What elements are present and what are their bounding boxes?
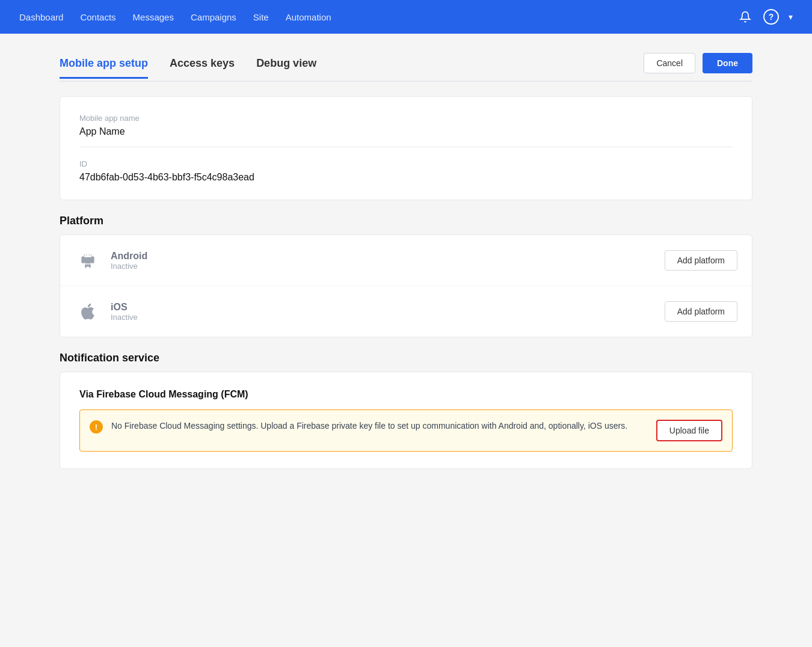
nav-automation[interactable]: Automation: [286, 12, 331, 22]
fcm-title: Via Firebase Cloud Messaging (FCM): [79, 389, 733, 400]
tab-mobile-app-setup[interactable]: Mobile app setup: [60, 57, 148, 79]
fcm-alert: ! No Firebase Cloud Messaging settings. …: [79, 409, 733, 452]
android-platform-row: Android Inactive Add platform: [60, 235, 752, 286]
app-id-value: 47db6fab-0d53-4b63-bbf3-f5c4c98a3ead: [79, 172, 733, 183]
android-status: Inactive: [111, 262, 665, 271]
done-button[interactable]: Done: [703, 53, 752, 73]
warning-icon: !: [90, 420, 103, 434]
app-info-card: Mobile app name App Name ID 47db6fab-0d5…: [60, 96, 752, 200]
help-icon[interactable]: ?: [763, 9, 779, 25]
platform-card: Android Inactive Add platform iOS Inacti…: [60, 235, 752, 337]
upload-file-button[interactable]: Upload file: [656, 420, 722, 441]
ios-add-platform-button[interactable]: Add platform: [665, 301, 737, 322]
navbar-right: ? ▾: [737, 8, 793, 25]
ios-platform-info: iOS Inactive: [111, 302, 665, 322]
app-name-label: Mobile app name: [79, 114, 733, 123]
nav-contacts[interactable]: Contacts: [80, 12, 115, 22]
nav-site[interactable]: Site: [253, 12, 269, 22]
fcm-alert-text: No Firebase Cloud Messaging settings. Up…: [111, 420, 648, 432]
cancel-button[interactable]: Cancel: [644, 53, 695, 73]
notification-icon[interactable]: [737, 8, 754, 25]
tab-debug-view[interactable]: Debug view: [256, 57, 316, 79]
app-id-label: ID: [79, 159, 733, 168]
app-name-value: App Name: [79, 126, 733, 147]
nav-campaigns[interactable]: Campaigns: [191, 12, 236, 22]
android-name: Android: [111, 251, 665, 262]
android-platform-info: Android Inactive: [111, 251, 665, 271]
ios-name: iOS: [111, 302, 665, 313]
page-container: Mobile app setup Access keys Debug view …: [45, 34, 767, 503]
nav-dashboard[interactable]: Dashboard: [19, 12, 63, 22]
tab-access-keys[interactable]: Access keys: [170, 57, 235, 79]
notification-card: Via Firebase Cloud Messaging (FCM) ! No …: [60, 372, 752, 469]
tab-actions: Cancel Done: [644, 53, 752, 81]
ios-status: Inactive: [111, 313, 665, 322]
user-menu-chevron[interactable]: ▾: [789, 12, 793, 22]
notification-section-title: Notification service: [60, 352, 752, 364]
android-icon: [75, 247, 101, 274]
android-add-platform-button[interactable]: Add platform: [665, 250, 737, 271]
ios-icon: [75, 298, 101, 325]
ios-platform-row: iOS Inactive Add platform: [60, 286, 752, 337]
navbar: Dashboard Contacts Messages Campaigns Si…: [0, 0, 812, 34]
platform-section-title: Platform: [60, 215, 752, 227]
nav-messages[interactable]: Messages: [133, 12, 174, 22]
tabs-row: Mobile app setup Access keys Debug view …: [60, 53, 752, 82]
